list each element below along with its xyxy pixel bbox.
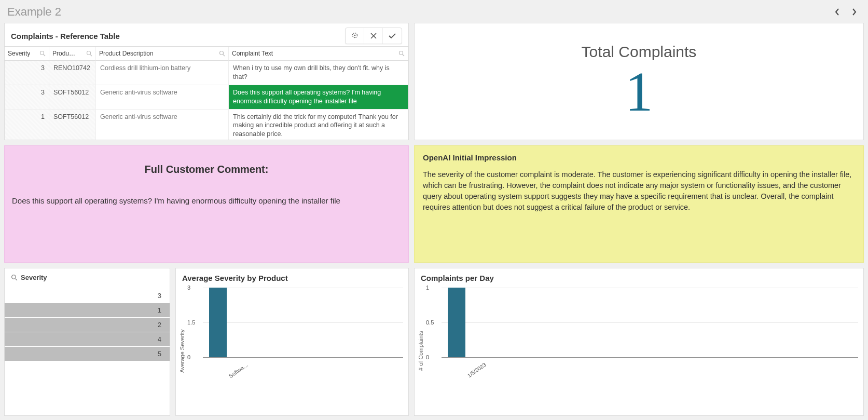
cell-severity: 3	[5, 85, 49, 110]
col-severity[interactable]: Severity	[5, 47, 49, 61]
lasso-select-button[interactable]	[346, 28, 364, 44]
card-title: Average Severity by Product	[176, 268, 408, 286]
x-tick: 1/5/2023	[466, 361, 487, 378]
chart-area[interactable]: Average Severity01.53Softwa…	[176, 286, 408, 415]
cell-product: SOFT56012	[49, 110, 96, 140]
search-icon[interactable]	[398, 50, 405, 57]
full-comment-card: Full Customer Comment: Does this support…	[4, 145, 409, 263]
search-icon[interactable]	[86, 50, 92, 57]
table-row[interactable]: 3SOFT56012Generic anti-virus softwareDoe…	[5, 85, 408, 110]
filter-item[interactable]: 3	[5, 289, 170, 303]
comment-body: Does this support all operating systems?…	[12, 196, 401, 205]
cell-desc: Generic anti-virus software	[96, 85, 229, 110]
card-title: Complaints per Day	[415, 268, 863, 286]
impression-body: The severity of the customer complaint i…	[423, 169, 855, 213]
sheet-nav	[831, 5, 861, 19]
filter-item[interactable]: 2	[5, 318, 170, 332]
cell-complaint: When i try to use my own drill bits, the…	[229, 61, 408, 85]
col-desc[interactable]: Product Description	[96, 47, 229, 61]
cell-desc: Cordless drill lithium-ion battery	[96, 61, 229, 85]
y-tick: 0	[426, 354, 429, 360]
cancel-selection-button[interactable]	[364, 28, 383, 44]
avg-severity-chart-card: Average Severity by Product Average Seve…	[175, 268, 409, 416]
cell-product: RENO10742	[49, 61, 96, 85]
page-title: Example 2	[7, 5, 61, 19]
selection-toolbar	[345, 28, 402, 44]
y-tick: 1.5	[187, 319, 195, 326]
svg-point-4	[220, 51, 224, 55]
svg-point-3	[87, 51, 91, 55]
next-sheet-button[interactable]	[847, 5, 861, 19]
filter-list: 31245	[5, 287, 170, 415]
y-tick: 0	[187, 354, 190, 360]
cell-severity: 1	[5, 110, 49, 140]
filter-header[interactable]: Severity	[5, 268, 170, 287]
search-icon[interactable]	[39, 50, 46, 57]
y-tick: 3	[187, 284, 190, 291]
table-row[interactable]: 1SOFT56012Generic anti-virus softwareThi…	[5, 110, 408, 140]
svg-point-5	[399, 51, 403, 55]
filter-item[interactable]: 4	[5, 332, 170, 346]
filter-item[interactable]: 1	[5, 303, 170, 317]
card-title: OpenAI Initial Impression	[423, 153, 855, 162]
complaints-per-day-chart-card: Complaints per Day # of Complaints00.511…	[414, 268, 864, 416]
col-product[interactable]: Produ…	[49, 47, 96, 61]
y-tick: 1	[426, 284, 429, 291]
filter-title: Severity	[21, 274, 47, 281]
kpi-value: 1	[625, 64, 653, 120]
cell-product: SOFT56012	[49, 85, 96, 110]
y-axis-label: # of Complaints	[418, 288, 424, 414]
total-complaints-card: Total Complaints 1	[414, 23, 864, 140]
card-title: Complaints - Reference Table	[11, 32, 120, 40]
kpi-title: Total Complaints	[582, 43, 697, 61]
y-tick: 0.5	[426, 319, 434, 326]
filter-item[interactable]: 5	[5, 347, 170, 361]
svg-point-2	[40, 51, 44, 55]
chart-bar[interactable]	[209, 288, 227, 357]
svg-point-1	[354, 35, 355, 36]
prev-sheet-button[interactable]	[831, 5, 844, 19]
cell-severity: 3	[5, 61, 49, 85]
search-icon[interactable]	[219, 50, 225, 57]
cell-complaint: This certainly did the trick for my comp…	[229, 110, 408, 140]
cell-desc: Generic anti-virus software	[96, 110, 229, 140]
confirm-selection-button[interactable]	[383, 28, 402, 44]
search-icon	[11, 274, 18, 281]
complaints-table-card: Complaints - Reference Table Severity	[4, 23, 409, 140]
severity-filter-card: Severity 31245	[4, 268, 170, 416]
table-header-row: Severity Produ… Product Description Comp…	[5, 47, 408, 61]
y-axis-label: Average Severity	[179, 288, 185, 414]
svg-point-6	[12, 275, 16, 279]
complaints-table: Severity Produ… Product Description Comp…	[5, 46, 408, 140]
chart-area[interactable]: # of Complaints00.511/5/2023	[415, 286, 863, 415]
col-complaint[interactable]: Complaint Text	[229, 47, 408, 61]
x-tick: Softwa…	[228, 361, 250, 379]
cell-complaint: Does this support all operating systems?…	[229, 85, 408, 110]
impression-card: OpenAI Initial Impression The severity o…	[414, 145, 864, 263]
chart-bar[interactable]	[448, 288, 465, 357]
card-title: Full Customer Comment:	[12, 164, 401, 175]
table-row[interactable]: 3RENO10742Cordless drill lithium-ion bat…	[5, 61, 408, 85]
page-header: Example 2	[0, 0, 868, 23]
